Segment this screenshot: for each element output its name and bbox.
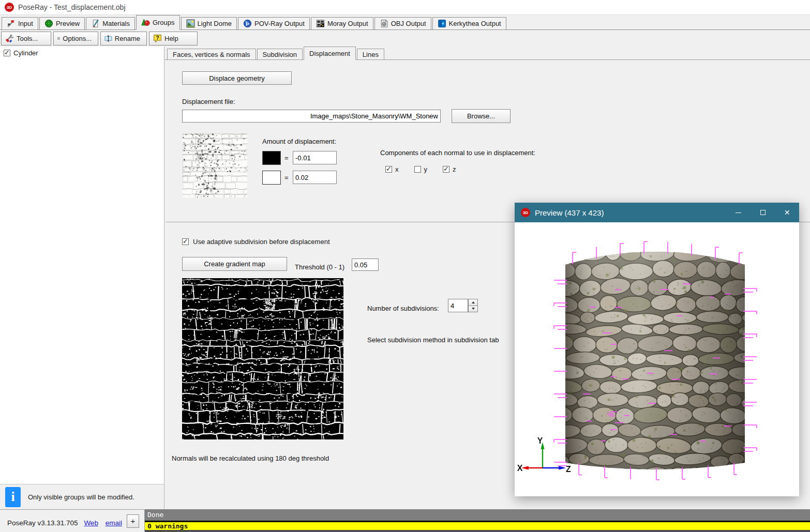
light-dome-icon xyxy=(186,19,195,28)
browse-button[interactable]: Browse... xyxy=(452,109,511,123)
threshold-input[interactable] xyxy=(352,259,379,271)
close-icon: ✕ xyxy=(784,208,790,217)
stepper-up-button[interactable] xyxy=(468,299,478,306)
options-button[interactable]: Options... xyxy=(53,32,98,45)
normals-recalculation-note: Normals will be recalculated using 180 d… xyxy=(172,454,329,462)
maximize-icon xyxy=(760,210,766,215)
tools-button[interactable]: Tools... xyxy=(1,32,51,45)
displace-geometry-button[interactable]: Displace geometry xyxy=(182,71,292,85)
svg-text:?: ? xyxy=(156,35,159,41)
options-button-label: Options... xyxy=(63,35,92,42)
gradient-map-image xyxy=(182,278,343,439)
tools-button-label: Tools... xyxy=(17,35,38,42)
displacement-file-label: Displacement file: xyxy=(182,98,235,105)
tab-subdivision[interactable]: Subdivision xyxy=(257,49,303,59)
tab-label: Preview xyxy=(56,20,80,27)
groups-list-panel: Cylinder xyxy=(0,47,164,484)
cylinder-visibility-checkbox[interactable] xyxy=(4,50,10,56)
minimize-icon xyxy=(736,212,741,213)
tab-povray-output[interactable]: P POV-Ray Output xyxy=(238,17,310,29)
tab-label: Input xyxy=(18,20,33,27)
component-z-checkbox[interactable] xyxy=(443,166,449,173)
preview-window: 3D Preview (437 x 423) ✕ xyxy=(515,203,799,496)
preview-viewport-area xyxy=(515,222,799,496)
tab-moray-output[interactable]: Moray Output xyxy=(311,17,373,29)
adaptive-subdivision-label: Use adaptive subdivision before displace… xyxy=(193,238,330,246)
displacement-file-input[interactable] xyxy=(182,110,441,123)
version-box: PoseRay v3.13.31.705 Web email + xyxy=(0,509,145,532)
preview-title-bar[interactable]: 3D Preview (437 x 423) ✕ xyxy=(515,203,799,222)
help-button-label: Help xyxy=(164,35,178,42)
tab-light-dome[interactable]: Light Dome xyxy=(181,17,237,29)
web-link[interactable]: Web xyxy=(84,519,98,527)
down-arrow-icon xyxy=(472,308,475,310)
stepper-down-button[interactable] xyxy=(468,306,478,313)
rename-button[interactable]: Rename xyxy=(100,32,147,45)
component-y-checkbox[interactable] xyxy=(414,166,421,173)
tab-displacement[interactable]: Displacement xyxy=(304,47,356,60)
info-message: Only visible groups will be modified. xyxy=(28,493,134,501)
input-icon xyxy=(7,19,16,28)
main-tab-bar: Input Preview Materials Groups Light Dom… xyxy=(0,15,810,30)
create-gradient-map-button[interactable]: Create gradient map xyxy=(182,257,287,271)
tab-lines[interactable]: Lines xyxy=(357,49,384,59)
tab-label: Light Dome xyxy=(198,20,232,27)
groups-icon xyxy=(141,18,150,27)
tab-input[interactable]: Input xyxy=(2,17,38,29)
close-button[interactable]: ✕ xyxy=(775,203,799,222)
info-box: i Only visible groups will be modified. xyxy=(0,484,164,509)
black-displacement-input[interactable] xyxy=(293,151,337,164)
help-button[interactable]: ? Help xyxy=(149,32,198,45)
console-status-line: Done xyxy=(145,509,810,521)
materials-icon xyxy=(91,19,100,28)
tab-label: OBJ Output xyxy=(391,20,426,27)
tab-groups[interactable]: Groups xyxy=(136,15,180,30)
expand-log-button[interactable]: + xyxy=(127,514,139,528)
component-x-checkbox[interactable] xyxy=(385,166,392,173)
subtab-label: Subdivision xyxy=(263,51,297,58)
up-arrow-icon xyxy=(472,301,475,303)
subtab-label: Faces, vertices & normals xyxy=(173,51,250,58)
subdivisions-input[interactable] xyxy=(448,299,468,312)
minimize-button[interactable] xyxy=(726,203,751,222)
preview-3d-viewport[interactable] xyxy=(515,222,799,496)
preview-icon xyxy=(44,19,53,28)
threshold-label: Threshold (0 - 1) xyxy=(295,263,344,271)
tab-obj-output[interactable]: OBJ Output xyxy=(374,17,431,29)
tab-materials[interactable]: Materials xyxy=(86,17,135,29)
maximize-button[interactable] xyxy=(751,203,775,222)
warnings-line: 0 warnings xyxy=(145,522,810,530)
tools-icon xyxy=(5,34,14,43)
version-label: PoseRay v3.13.31.705 xyxy=(7,519,78,527)
tab-kerkythea-output[interactable]: Kerkythea Output xyxy=(432,17,506,29)
window-title: PoseRay - Test_displacement.obj xyxy=(18,3,126,11)
version-row: PoseRay v3.13.31.705 Web email xyxy=(7,519,122,527)
toolbar: Tools... Options... Rename ? Help xyxy=(0,31,810,47)
obj-output-icon xyxy=(380,19,388,28)
tab-label: Groups xyxy=(153,19,175,26)
tab-label: Materials xyxy=(102,20,130,27)
component-z-label: z xyxy=(453,165,456,173)
tab-label: Kerkythea Output xyxy=(449,20,501,27)
adaptive-subdivision-checkbox[interactable] xyxy=(182,238,189,245)
email-link[interactable]: email xyxy=(106,519,122,527)
options-icon xyxy=(57,34,60,43)
component-y-label: y xyxy=(424,165,428,173)
poseray-app-icon: 3D xyxy=(5,3,14,12)
svg-text:P: P xyxy=(246,21,249,27)
subtab-label: Displacement xyxy=(309,50,350,57)
moray-icon xyxy=(316,19,325,28)
tab-faces-vertices-normals[interactable]: Faces, vertices & normals xyxy=(167,49,256,59)
tab-preview[interactable]: Preview xyxy=(39,17,85,29)
poseray-window: 3D PoseRay - Test_displacement.obj Input… xyxy=(0,0,810,532)
white-displacement-input[interactable] xyxy=(293,171,337,184)
help-icon: ? xyxy=(153,34,162,43)
group-item-cylinder[interactable]: Cylinder xyxy=(0,47,164,57)
group-sub-tab-bar: Faces, vertices & normals Subdivision Di… xyxy=(165,47,810,60)
kerkythea-icon xyxy=(438,19,446,28)
console-footer xyxy=(145,530,810,532)
povray-icon: P xyxy=(243,19,252,28)
components-label: Components of each normal to use in disp… xyxy=(380,149,535,157)
info-icon: i xyxy=(5,487,21,507)
window-controls: ✕ xyxy=(726,203,799,222)
